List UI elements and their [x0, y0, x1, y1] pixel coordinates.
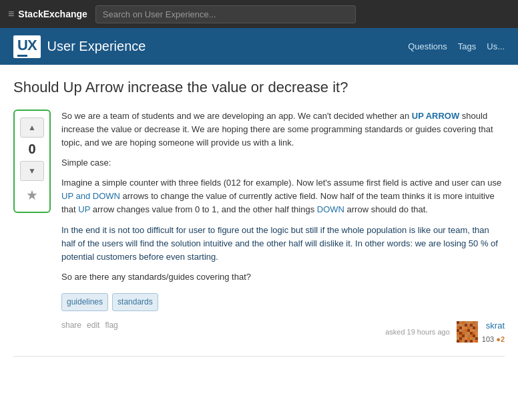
svg-rect-37	[467, 335, 470, 337]
svg-rect-12	[465, 327, 467, 329]
nav-tags[interactable]: Tags	[458, 41, 476, 51]
svg-rect-14	[470, 327, 473, 329]
question-text-area: So we are a team of students and we are …	[61, 110, 505, 345]
asked-time: asked 19 hours ago	[385, 327, 450, 338]
svg-rect-13	[467, 327, 470, 329]
site-navigation: Questions Tags Us...	[408, 41, 505, 51]
tag-standards[interactable]: standards	[112, 293, 158, 311]
question-body: ▲ 0 ▼ ★ So we are a team of students and…	[13, 110, 505, 345]
svg-rect-4	[465, 324, 467, 327]
svg-rect-51	[462, 340, 465, 343]
site-name-label: User Experience	[47, 39, 146, 54]
user-info: asked 19 hours ago	[385, 319, 505, 345]
svg-rect-55	[473, 340, 475, 343]
action-links: share edit flag	[61, 319, 118, 332]
vote-column: ▲ 0 ▼ ★	[13, 110, 51, 213]
share-link[interactable]: share	[61, 319, 81, 332]
user-reputation: 103 ●2	[482, 334, 505, 345]
svg-rect-45	[467, 337, 470, 340]
svg-rect-25	[457, 332, 459, 335]
svg-rect-31	[473, 332, 475, 335]
search-input[interactable]	[95, 5, 356, 23]
svg-rect-28	[465, 332, 467, 335]
favorite-button[interactable]: ★	[20, 185, 44, 205]
top-bar: ≡ StackExchange	[0, 0, 518, 28]
svg-rect-26	[459, 332, 462, 335]
question-paragraph-4: In the end it is not too difficult for u…	[61, 224, 505, 264]
svg-rect-8	[475, 324, 478, 327]
hamburger-icon: ≡	[8, 8, 14, 20]
svg-rect-11	[462, 327, 465, 329]
nav-users[interactable]: Us...	[487, 41, 505, 51]
svg-rect-7	[473, 321, 475, 324]
nav-questions[interactable]: Questions	[408, 41, 447, 51]
tags-row: guidelines standards	[61, 293, 505, 311]
svg-rect-40	[475, 335, 478, 337]
svg-rect-48	[475, 337, 478, 340]
svg-rect-27	[462, 332, 465, 335]
svg-rect-3	[462, 321, 465, 324]
question-paragraph-2: Simple case:	[61, 156, 505, 170]
svg-rect-22	[470, 329, 473, 332]
svg-rect-44	[465, 337, 467, 340]
svg-rect-2	[459, 324, 462, 327]
downvote-icon: ▼	[28, 166, 36, 176]
svg-rect-19	[462, 329, 465, 332]
tag-guidelines[interactable]: guidelines	[61, 293, 108, 311]
svg-rect-43	[462, 337, 465, 340]
svg-rect-36	[465, 335, 467, 337]
question-title: Should Up Arrow increase the value or de…	[13, 78, 505, 97]
question-paragraph-1: So we are a team of students and we are …	[61, 110, 505, 150]
username[interactable]: skrat	[482, 319, 505, 333]
user-card: asked 19 hours ago	[385, 319, 505, 345]
svg-rect-39	[473, 335, 475, 337]
svg-rect-30	[470, 332, 473, 335]
svg-rect-53	[467, 340, 470, 343]
svg-rect-24	[475, 329, 478, 332]
svg-rect-54	[470, 340, 473, 343]
svg-rect-46	[470, 337, 473, 340]
svg-rect-15	[473, 327, 475, 329]
edit-link[interactable]: edit	[87, 319, 99, 332]
user-details: skrat 103 ●2	[482, 319, 505, 345]
site-header: UX User Experience Questions Tags Us...	[0, 28, 518, 65]
svg-rect-50	[459, 340, 462, 343]
svg-rect-18	[459, 329, 462, 332]
badge-bronze: ●2	[496, 335, 505, 343]
ux-logo-badge: UX	[13, 35, 41, 58]
vote-count: 0	[28, 142, 35, 157]
upvote-icon: ▲	[28, 123, 36, 132]
svg-rect-33	[457, 335, 459, 337]
flag-link[interactable]: flag	[105, 319, 117, 332]
up-arrow-inline: UP	[78, 204, 90, 214]
avatar	[457, 321, 478, 343]
question-paragraph-3: Imagine a simple counter with three fiel…	[61, 176, 505, 216]
svg-rect-52	[465, 340, 467, 343]
svg-rect-29	[467, 332, 470, 335]
site-logo[interactable]: UX User Experience	[13, 35, 146, 58]
svg-rect-41	[457, 337, 459, 340]
downvote-button[interactable]: ▼	[20, 161, 44, 181]
stack-exchange-logo[interactable]: ≡ StackExchange	[8, 8, 87, 20]
svg-rect-32	[475, 332, 478, 335]
svg-rect-5	[467, 321, 470, 324]
up-arrow-highlight: UP ARROW	[412, 111, 460, 121]
post-actions: share edit flag asked 19 hours ago	[61, 319, 505, 345]
svg-rect-9	[457, 327, 459, 329]
svg-rect-42	[459, 337, 462, 340]
svg-rect-1	[457, 321, 459, 324]
upvote-button[interactable]: ▲	[20, 118, 44, 138]
question-divider	[13, 356, 505, 357]
svg-rect-6	[470, 324, 473, 327]
svg-rect-38	[470, 335, 473, 337]
svg-rect-23	[473, 329, 475, 332]
svg-rect-47	[473, 337, 475, 340]
svg-rect-49	[457, 340, 459, 343]
main-content: Should Up Arrow increase the value or de…	[0, 65, 518, 370]
svg-rect-35	[462, 335, 465, 337]
svg-rect-20	[465, 329, 467, 332]
svg-rect-17	[457, 329, 459, 332]
up-down-highlight: UP and DOWN	[61, 191, 120, 201]
svg-rect-10	[459, 327, 462, 329]
question-paragraph-5: So are there any standards/guides coveri…	[61, 270, 505, 284]
